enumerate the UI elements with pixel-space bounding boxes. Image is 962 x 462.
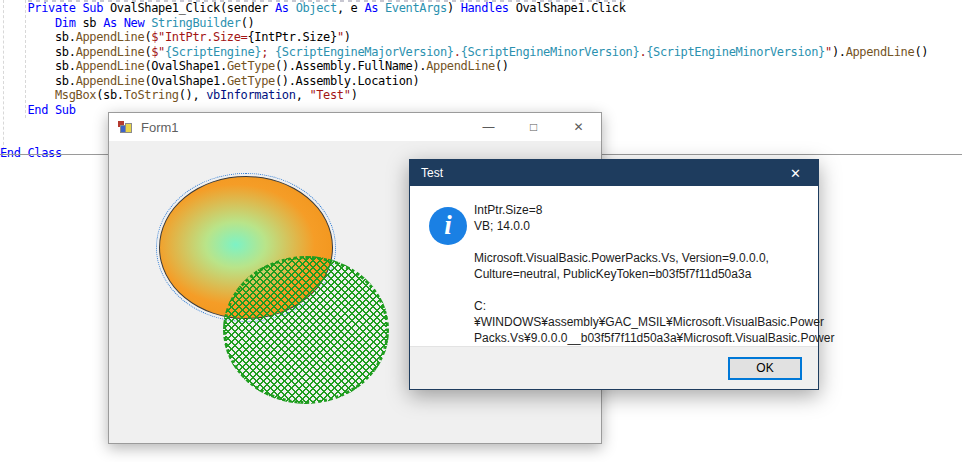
code-line: sb.AppendLine(OvalShape1.GetType().Assem… xyxy=(0,74,962,89)
messagebox-footer: OK xyxy=(410,346,818,389)
code-line: Dim sb As New StringBuilder() xyxy=(0,16,962,31)
form1-title: Form1 xyxy=(141,120,179,135)
oval-shape-hatched-green[interactable] xyxy=(223,256,389,404)
minimize-icon: — xyxy=(483,120,495,134)
close-icon: ✕ xyxy=(573,120,583,134)
ok-button[interactable]: OK xyxy=(728,357,802,380)
code-line: sb.AppendLine($"{ScriptEngine}; {ScriptE… xyxy=(0,45,962,60)
maximize-icon: □ xyxy=(530,120,537,134)
close-button[interactable]: ✕ xyxy=(556,113,601,141)
messagebox-title: Test xyxy=(421,166,443,180)
minimize-button[interactable]: — xyxy=(466,113,511,141)
code-line: sb.AppendLine(OvalShape1.GetType().Assem… xyxy=(0,59,962,74)
messagebox-message: IntPtr.Size=8 VB; 14.0.0 Microsoft.Visua… xyxy=(474,202,804,362)
maximize-button[interactable]: □ xyxy=(511,113,556,141)
information-icon: i xyxy=(429,207,467,245)
close-icon: ✕ xyxy=(790,166,801,181)
messagebox-titlebar[interactable]: Test ✕ xyxy=(410,160,818,186)
form1-titlebar[interactable]: Form1 — □ ✕ xyxy=(109,113,601,141)
winforms-app-icon xyxy=(117,119,133,135)
code-line: MsgBox(sb.ToString(), vbInformation, "Te… xyxy=(0,88,962,103)
code-line: Private Sub OvalShape1_Click(sender As O… xyxy=(0,1,962,16)
test-messagebox: Test ✕ i IntPtr.Size=8 VB; 14.0.0 Micros… xyxy=(409,159,819,390)
code-line: sb.AppendLine($"IntPtr.Size={IntPtr.Size… xyxy=(0,30,962,45)
messagebox-close-button[interactable]: ✕ xyxy=(773,160,818,186)
messagebox-content: i IntPtr.Size=8 VB; 14.0.0 Microsoft.Vis… xyxy=(410,186,818,348)
